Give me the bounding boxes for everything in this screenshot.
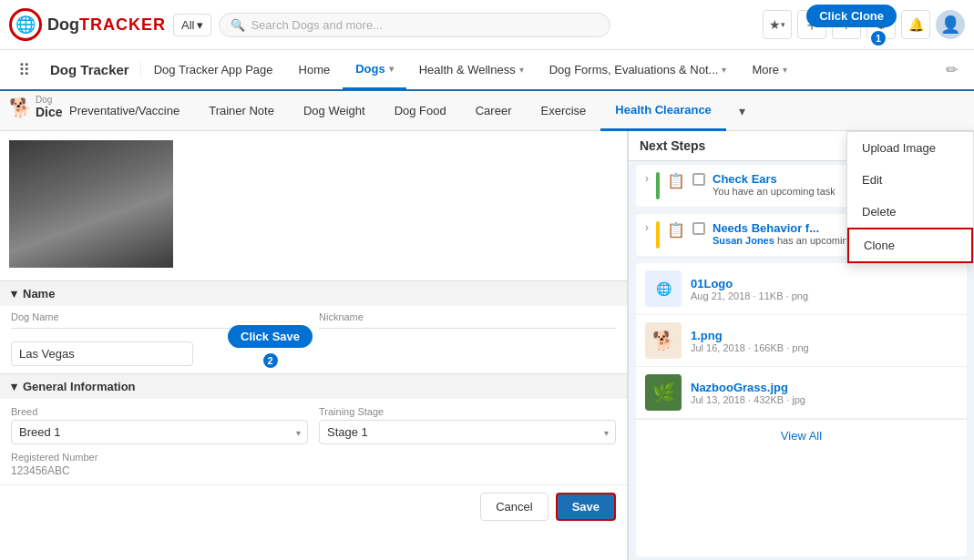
file-thumb-dog: 🐕 bbox=[645, 322, 682, 359]
task-bar-green bbox=[656, 172, 660, 199]
breed-label: Breed bbox=[11, 406, 308, 417]
view-all-button[interactable]: View All bbox=[636, 419, 967, 452]
task-checkbox[interactable] bbox=[692, 173, 705, 186]
left-panel: ▾ Name Dog Name Nickname Click Save 2 bbox=[0, 131, 628, 560]
menu-item-delete[interactable]: Delete bbox=[847, 196, 973, 228]
dog-info: 🐕 Dog Dice bbox=[9, 95, 63, 119]
breed-select[interactable]: Breed 1 bbox=[11, 420, 308, 444]
gen-info-section: Breed Breed 1 ▾ Training Stage Stage 1 bbox=[0, 406, 627, 484]
all-dropdown[interactable]: All ▾ bbox=[173, 14, 211, 36]
bell-icon: 🔔 bbox=[908, 17, 924, 32]
nav-item-dog-forms[interactable]: Dog Forms, Evaluations & Not... ▾ bbox=[537, 49, 740, 90]
file-meta-01logo: Aug 21, 2018 · 11KB · png bbox=[691, 290, 958, 301]
apps-grid-button[interactable]: ⠿ bbox=[9, 60, 39, 80]
breed-select-wrapper: Breed 1 ▾ bbox=[11, 420, 308, 444]
click-clone-label: Click Clone bbox=[819, 9, 884, 23]
step-2-badge: 2 bbox=[261, 351, 280, 370]
task2-expand-icon[interactable]: › bbox=[645, 221, 649, 234]
nav-item-app-page[interactable]: Dog Tracker App Page bbox=[141, 49, 286, 90]
breed-field: Breed Breed 1 ▾ bbox=[11, 406, 308, 444]
name-section-header[interactable]: ▾ Name bbox=[0, 280, 627, 306]
favorites-button[interactable]: ★ ▾ bbox=[763, 10, 792, 39]
dog-thumb-icon: 🐕 bbox=[652, 330, 675, 351]
menu-item-upload-image[interactable]: Upload Image bbox=[847, 132, 973, 164]
cancel-button[interactable]: Cancel bbox=[480, 493, 548, 521]
file-name-01logo[interactable]: 01Logo bbox=[691, 277, 958, 290]
click-clone-tooltip[interactable]: Click Clone bbox=[806, 5, 897, 27]
dog-photo-placeholder bbox=[9, 140, 173, 268]
file-meta-1png: Jul 16, 2018 · 166KB · png bbox=[691, 342, 958, 353]
top-bar: 🌐 DogTRACKER All ▾ 🔍 Search Dogs and mor… bbox=[0, 0, 974, 50]
tracker-text: TRACKER bbox=[79, 15, 166, 34]
app-name: Dog Tracker bbox=[39, 62, 141, 77]
health-caret-icon: ▾ bbox=[519, 65, 524, 75]
files-section: 🌐 01Logo Aug 21, 2018 · 11KB · png 🐕 1.p… bbox=[636, 263, 967, 556]
sub-tabs-more-button[interactable]: ▾ bbox=[728, 97, 757, 126]
task2-checkbox[interactable] bbox=[692, 222, 705, 235]
dogs-caret-icon: ▾ bbox=[389, 64, 394, 74]
nickname-value bbox=[319, 324, 616, 329]
tab-dog-weight[interactable]: Dog Weight bbox=[289, 91, 380, 131]
click-save-tooltip[interactable]: Click Save bbox=[228, 325, 313, 348]
logo-thumb-icon: 🌐 bbox=[656, 281, 672, 296]
nickname-label: Nickname bbox=[319, 311, 616, 322]
logo-area: 🌐 DogTRACKER bbox=[9, 8, 173, 41]
edit-nav-button[interactable]: ✏ bbox=[938, 61, 965, 78]
search-placeholder: Search Dogs and more... bbox=[251, 18, 383, 32]
notifications-button[interactable]: 🔔 bbox=[901, 10, 930, 39]
all-label: All bbox=[181, 18, 194, 32]
menu-item-edit[interactable]: Edit bbox=[847, 164, 973, 196]
caret-icon: ▾ bbox=[781, 20, 785, 29]
file-name-nazboograss[interactable]: NazbooGrass.jpg bbox=[691, 381, 958, 394]
menu-item-clone[interactable]: Clone bbox=[847, 228, 973, 263]
tab-exercise[interactable]: Exercise bbox=[526, 91, 600, 131]
tab-preventative-vaccine[interactable]: Preventative/Vaccine bbox=[55, 91, 194, 131]
nav-item-home[interactable]: Home bbox=[286, 49, 343, 90]
training-stage-select[interactable]: Stage 1 bbox=[319, 420, 616, 444]
dropdown-menu: Upload Image Edit Delete Clone bbox=[846, 131, 974, 264]
expand-icon: ▾ bbox=[11, 287, 17, 300]
task-list-icon: 📋 bbox=[667, 172, 685, 189]
training-stage-select-wrapper: Stage 1 ▾ bbox=[319, 420, 616, 444]
dog-name: Dice bbox=[36, 105, 63, 119]
search-area: All ▾ 🔍 Search Dogs and more... bbox=[173, 13, 610, 37]
task-expand-icon[interactable]: › bbox=[645, 172, 649, 185]
user-avatar[interactable]: 👤 bbox=[936, 10, 965, 39]
save-button[interactable]: Save bbox=[556, 493, 616, 521]
logo-icon: 🌐 bbox=[9, 8, 42, 41]
tab-dog-food[interactable]: Dog Food bbox=[380, 91, 461, 131]
nav-item-more[interactable]: More ▾ bbox=[739, 49, 800, 90]
search-box[interactable]: 🔍 Search Dogs and more... bbox=[219, 13, 610, 37]
tab-health-clearance[interactable]: Health Clearance bbox=[600, 91, 726, 131]
task-bar-yellow bbox=[656, 221, 660, 249]
dog-label: Dog bbox=[36, 95, 63, 105]
avatar-icon: 👤 bbox=[940, 15, 960, 35]
globe-icon: 🌐 bbox=[15, 15, 36, 35]
registered-num-label: Registered Number bbox=[11, 452, 616, 463]
breed-training-row: Breed Breed 1 ▾ Training Stage Stage 1 bbox=[11, 406, 616, 444]
sub-tabs-bar: 🐕 Dog Dice Preventative/Vaccine Trainer … bbox=[0, 91, 974, 131]
file-thumb-logo: 🌐 bbox=[645, 270, 682, 307]
search-icon: 🔍 bbox=[231, 18, 245, 32]
tab-career[interactable]: Career bbox=[461, 91, 527, 131]
main-content: ▾ Name Dog Name Nickname Click Save 2 bbox=[0, 131, 974, 560]
nav-item-dogs[interactable]: Dogs ▾ bbox=[343, 49, 406, 90]
nav-item-health-wellness[interactable]: Health & Wellness ▾ bbox=[406, 49, 537, 90]
grass-thumb-icon: 🌿 bbox=[652, 382, 675, 403]
susan-jones-link[interactable]: Susan Jones bbox=[713, 235, 774, 246]
file-info-1png: 1.png Jul 16, 2018 · 166KB · png bbox=[691, 329, 958, 353]
gen-info-header[interactable]: ▾ General Information bbox=[0, 373, 627, 399]
dog-photo bbox=[9, 140, 173, 268]
training-stage-field: Training Stage Stage 1 ▾ bbox=[319, 406, 616, 444]
file-item-01logo: 🌐 01Logo Aug 21, 2018 · 11KB · png bbox=[636, 263, 967, 315]
dog-avatar-icon: 🐕 bbox=[9, 97, 32, 118]
file-name-1png[interactable]: 1.png bbox=[691, 329, 958, 342]
file-info-nazboograss: NazbooGrass.jpg Jul 13, 2018 · 432KB · j… bbox=[691, 381, 958, 405]
app-title: DogTRACKER bbox=[47, 15, 166, 35]
city-input[interactable] bbox=[11, 341, 193, 366]
tab-trainer-note[interactable]: Trainer Note bbox=[194, 91, 289, 131]
name-fields: Dog Name Nickname bbox=[0, 306, 627, 334]
nav-bar: ⠿ Dog Tracker Dog Tracker App Page Home … bbox=[0, 50, 974, 91]
file-item-1png: 🐕 1.png Jul 16, 2018 · 166KB · png bbox=[636, 315, 967, 367]
file-info-01logo: 01Logo Aug 21, 2018 · 11KB · png bbox=[691, 277, 958, 301]
